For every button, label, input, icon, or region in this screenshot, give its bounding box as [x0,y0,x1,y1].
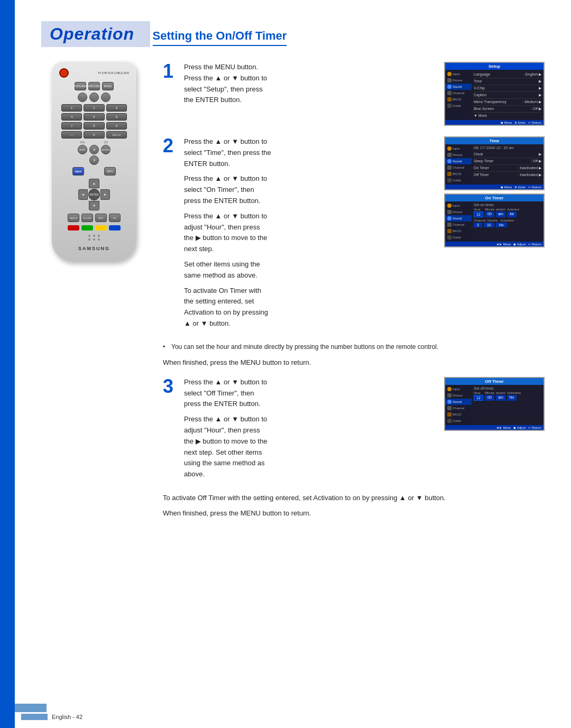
on-timer-screen: On Timer Input Picture Sound Channel BKC… [444,193,545,247]
step-3-text-a: Press the ▲ or ▼ button to select "Off T… [184,377,436,410]
step-2-text-b: Press the ▲ or ▼ button to select "On Ti… [184,173,436,206]
off-timer-titlebar: Off Timer [445,378,544,385]
btn-blank-3 [101,93,110,102]
step-2-text-a: Press the ▲ or ▼ button to select "Time"… [184,136,436,169]
step-2-text-e: To activate On Timer with the setting en… [184,285,436,329]
color-buttons [57,225,131,231]
step-3-content: Press the ▲ or ▼ button to select "Off T… [184,377,436,484]
mute-button: MUTE [78,145,87,154]
setup-screen: Setup Input Picture [444,62,545,126]
fmmode-button: FMCODE [88,82,100,90]
time-titlebar: Time [445,137,544,144]
off-timer-screen: Off Timer Input Picture Sound Channel BK… [444,377,545,431]
btn-blank-1 [78,93,87,102]
left-accent-bar [0,0,15,728]
setup-footer: ◆ Move ⊕ Enter ↩ Return [445,120,544,125]
yellow-button [95,225,107,231]
finish-note-3: When finished, press the MENU button to … [163,508,545,519]
on-timer-titlebar: On Timer [445,195,544,201]
pip-button: PIP [109,214,121,222]
step-1-number: 1 [163,62,179,126]
source-button: SOURCE [101,145,110,154]
mode-button: MODE [102,82,114,90]
mts-button: MTS [95,214,107,222]
footer-accent [21,714,48,720]
page-footer: English - 42 [21,714,82,720]
step-2-number: 2 [163,136,179,334]
off-timer-screen-container: Off Timer Input Picture Sound Channel BK… [444,377,545,484]
time-screen: Time Input Picture Sound Channel BKCD Gu… [444,136,545,190]
input-button: Input [72,167,84,176]
screens-right: Time Input Picture Sound Channel BKCD Gu… [444,136,545,334]
btn-blank-2 [89,93,99,102]
number-pad: 1 2 3 4 5 6 7 8 9 — 0 PRE-CH [57,104,131,139]
blue-button [109,225,121,231]
chapter-title: Operation [50,24,134,44]
bottom-left-accent [15,704,47,712]
setup-menu: Language: English ▶ Time▶ V-Chip▶ Captio… [472,70,544,120]
step-2-text-c: Press the ▲ or ▼ button to adjust "Hour"… [184,211,436,255]
step-2-text-d: Set other items using the same method as… [184,259,436,281]
remote-body: TV STB VCR CABLE DVD ANTENNA FMCODE MODE… [52,62,136,262]
bullet-note: You can set the hour and minute directly… [163,342,545,352]
antenna-button: ANTENNA [75,82,86,90]
step-3-text-b: Press the ▲ or ▼ button to adjust "Hour"… [184,414,436,480]
favch-button: FAV.CH [68,214,79,222]
vol-up: ∧ [89,145,99,154]
setup-content: Input Picture Sound [445,70,544,120]
chlist-button: CH LIST [81,214,93,222]
dpad: ▲ ▼ ◄ ► ENTER [57,179,131,210]
step-2-content: Press the ▲ or ▼ button to select "Time"… [184,136,436,334]
section-title: Setting the On/Off Timer [153,29,287,46]
step-3-number: 3 [163,377,179,484]
info-button: INFO [104,167,116,176]
samsung-logo: SAMSUNG [57,246,131,251]
setup-nav: Input Picture Sound [445,70,472,120]
vol-down: ∨ [89,155,99,165]
footer-page-number: English - 42 [52,714,82,720]
remote-control-image: TV STB VCR CABLE DVD ANTENNA FMCODE MODE… [41,62,147,523]
finish-note-2: To activate Off Timer with the setting e… [163,493,545,504]
red-button [68,225,79,231]
setup-titlebar: Setup [445,63,544,70]
chapter-header: Operation [41,21,150,47]
step-1-text: Press the MENU button. Press the ▲ or ▼ … [184,62,436,106]
steps-area: 1 Press the MENU button. Press the ▲ or … [163,62,545,523]
power-button [59,68,69,78]
step-1-content: Press the MENU button. Press the ▲ or ▼ … [184,62,436,126]
finish-note-1: When finished, press the MENU button to … [163,357,545,368]
green-button [81,225,93,231]
